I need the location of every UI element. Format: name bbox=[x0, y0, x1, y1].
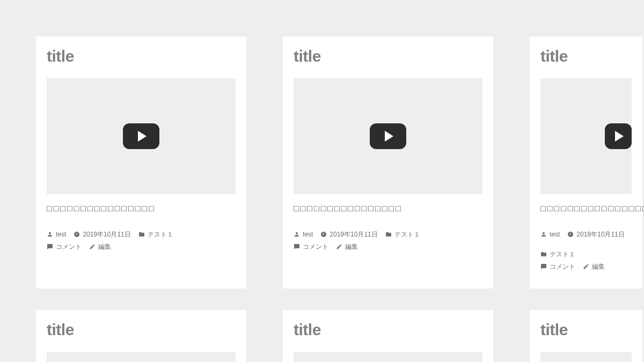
comments-label: コメント bbox=[550, 261, 575, 273]
post-meta: test 2019年10月11日 テスト１ コメント 編集 bbox=[540, 228, 632, 272]
author-name: test bbox=[303, 228, 313, 241]
clock-icon bbox=[320, 231, 327, 238]
edit-icon bbox=[336, 243, 342, 250]
post-excerpt: □□□□□□□□□□□□□□□□ bbox=[47, 204, 236, 213]
post-card: title □□□□□□□□□□□□□□□□ test 2019年10月11日 … bbox=[36, 36, 246, 289]
folder-icon bbox=[138, 231, 145, 238]
post-title[interactable]: title bbox=[540, 321, 632, 339]
clock-icon bbox=[567, 231, 574, 238]
post-card: title □□□□□□□□□□□□□□□□ test 2019年10月11日 … bbox=[530, 36, 642, 289]
comments-link[interactable]: コメント bbox=[47, 241, 82, 253]
video-thumbnail[interactable] bbox=[540, 352, 632, 362]
folder-icon bbox=[385, 231, 392, 238]
post-grid: title □□□□□□□□□□□□□□□□ test 2019年10月11日 … bbox=[0, 0, 644, 362]
post-title[interactable]: title bbox=[540, 47, 632, 65]
post-card: title □□□□□□□□□□□□□□□□ test 2019年10月11日 … bbox=[283, 36, 493, 289]
comment-icon bbox=[47, 243, 53, 250]
post-date: 2019年10月11日 bbox=[576, 228, 624, 241]
post-title[interactable]: title bbox=[294, 47, 482, 65]
category-link[interactable]: テスト１ bbox=[540, 248, 575, 261]
post-card: title bbox=[36, 310, 246, 362]
category-link[interactable]: テスト１ bbox=[138, 228, 173, 241]
post-card: title bbox=[530, 310, 642, 362]
post-title[interactable]: title bbox=[294, 321, 482, 339]
category-link[interactable]: テスト１ bbox=[385, 228, 420, 241]
post-meta: test 2019年10月11日 テスト１ コメント 編集 bbox=[294, 228, 482, 253]
author-link[interactable]: test bbox=[294, 228, 313, 241]
date-link[interactable]: 2019年10月11日 bbox=[567, 228, 624, 241]
post-category: テスト１ bbox=[550, 248, 575, 261]
post-excerpt: □□□□□□□□□□□□□□□□ bbox=[294, 204, 482, 213]
comments-label: コメント bbox=[56, 241, 82, 253]
edit-label: 編集 bbox=[345, 241, 358, 253]
comments-label: コメント bbox=[303, 241, 328, 253]
date-link[interactable]: 2019年10月11日 bbox=[320, 228, 377, 241]
edit-link[interactable]: 編集 bbox=[89, 241, 111, 253]
author-link[interactable]: test bbox=[47, 228, 66, 241]
video-thumbnail[interactable] bbox=[540, 78, 632, 194]
person-icon bbox=[540, 231, 547, 238]
post-category: テスト１ bbox=[394, 228, 420, 241]
post-date: 2019年10月11日 bbox=[83, 228, 130, 241]
post-category: テスト１ bbox=[148, 228, 173, 241]
edit-icon bbox=[583, 263, 589, 270]
date-link[interactable]: 2019年10月11日 bbox=[74, 228, 130, 241]
edit-link[interactable]: 編集 bbox=[583, 261, 605, 273]
play-icon bbox=[370, 123, 406, 149]
video-thumbnail[interactable] bbox=[47, 78, 236, 194]
post-title[interactable]: title bbox=[47, 321, 236, 339]
post-date: 2019年10月11日 bbox=[330, 228, 377, 241]
video-thumbnail[interactable] bbox=[47, 352, 236, 362]
edit-link[interactable]: 編集 bbox=[336, 241, 358, 253]
person-icon bbox=[294, 231, 300, 238]
play-icon bbox=[123, 123, 159, 149]
comments-link[interactable]: コメント bbox=[540, 261, 575, 273]
clock-icon bbox=[74, 231, 80, 238]
author-name: test bbox=[550, 228, 560, 241]
author-link[interactable]: test bbox=[540, 228, 560, 241]
video-thumbnail[interactable] bbox=[294, 352, 482, 362]
post-excerpt: □□□□□□□□□□□□□□□□ bbox=[540, 204, 644, 213]
post-card: title bbox=[283, 310, 493, 362]
comment-icon bbox=[294, 243, 300, 250]
edit-label: 編集 bbox=[98, 241, 111, 253]
comments-link[interactable]: コメント bbox=[294, 241, 328, 253]
edit-icon bbox=[89, 243, 96, 250]
author-name: test bbox=[56, 228, 66, 241]
play-icon bbox=[605, 123, 632, 149]
person-icon bbox=[47, 231, 53, 238]
comment-icon bbox=[540, 263, 547, 270]
edit-label: 編集 bbox=[592, 261, 605, 273]
video-thumbnail[interactable] bbox=[294, 78, 482, 194]
post-title[interactable]: title bbox=[47, 47, 236, 65]
folder-icon bbox=[540, 251, 547, 257]
post-meta: test 2019年10月11日 テスト１ コメント 編集 bbox=[47, 228, 236, 253]
